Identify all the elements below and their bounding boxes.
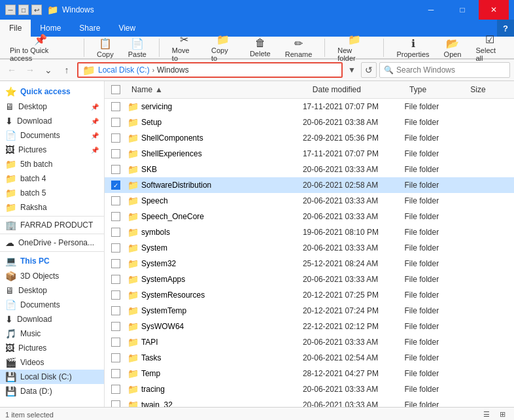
view-detail-button[interactable]: ⊞: [496, 409, 509, 421]
col-header-date[interactable]: Date modified: [307, 82, 404, 97]
window-controls[interactable]: ─ □ ↩: [5, 5, 42, 15]
checkbox-16[interactable]: [111, 353, 120, 362]
copy-to-button[interactable]: 📁 Copy to: [207, 31, 240, 64]
checkbox-4[interactable]: [111, 165, 120, 174]
checkbox-18[interactable]: [111, 385, 120, 394]
pin-to-quick-access-button[interactable]: 📌 Pin to Quick access: [5, 31, 76, 64]
quick-access-toolbar-open[interactable]: ↩: [31, 5, 42, 15]
sidebar-item-desktop-quick[interactable]: 🖥 Desktop 📌: [0, 99, 104, 114]
row-checkbox[interactable]: [105, 165, 128, 174]
table-row[interactable]: 📁 SystemTemp 20-12-2021 07:24 PM File fo…: [105, 303, 514, 319]
checkbox-12[interactable]: [111, 290, 120, 300]
table-row[interactable]: 📁 SystemApps 20-06-2021 03:33 AM File fo…: [105, 271, 514, 287]
checkbox-1[interactable]: [111, 118, 120, 127]
sidebar-item-data-d[interactable]: 💾 Data (D:): [0, 384, 104, 398]
row-checkbox[interactable]: [105, 275, 128, 284]
table-row[interactable]: 📁 Temp 28-12-2021 04:27 PM File folder: [105, 366, 514, 381]
row-checkbox[interactable]: [105, 102, 128, 111]
table-row[interactable]: ✓ 📁 SoftwareDistribution 20-06-2021 02:5…: [105, 177, 514, 193]
checkbox-13[interactable]: [111, 306, 120, 315]
view-list-button[interactable]: ☰: [480, 409, 493, 421]
row-checkbox[interactable]: [105, 322, 128, 331]
checkbox-5[interactable]: ✓: [111, 181, 120, 190]
checkbox-7[interactable]: [111, 212, 120, 221]
checkbox-3[interactable]: [111, 149, 120, 158]
sidebar-item-batch4[interactable]: 📁 batch 4: [0, 171, 104, 186]
sidebar-section-quick-access[interactable]: ⭐ Quick access: [0, 84, 104, 99]
row-checkbox[interactable]: [105, 306, 128, 315]
row-checkbox[interactable]: [105, 338, 128, 347]
checkbox-9[interactable]: [111, 243, 120, 253]
sidebar-item-raksha[interactable]: 📁 Raksha: [0, 200, 104, 215]
table-row[interactable]: 📁 System32 25-12-2021 08:24 AM File fold…: [105, 256, 514, 271]
row-checkbox[interactable]: [105, 243, 128, 253]
sidebar-item-pictures-pc[interactable]: 🖼 Pictures: [0, 341, 104, 355]
quick-access-toolbar-new[interactable]: □: [18, 5, 29, 15]
select-all-checkbox[interactable]: [111, 85, 120, 94]
minimize-button[interactable]: ─: [5, 5, 16, 15]
table-row[interactable]: 📁 Speech_OneCore 20-06-2021 03:33 AM Fil…: [105, 209, 514, 224]
sidebar-item-music[interactable]: 🎵 Music: [0, 326, 104, 341]
up-button[interactable]: ↑: [59, 62, 75, 78]
refresh-button[interactable]: ↺: [361, 62, 377, 78]
table-row[interactable]: 📁 TAPI 20-06-2021 03:33 AM File folder: [105, 334, 514, 350]
table-row[interactable]: 📁 Speech 20-06-2021 03:33 AM File folder: [105, 193, 514, 209]
forward-button[interactable]: →: [22, 62, 38, 78]
address-path[interactable]: 📁 Local Disk (C:) › Windows: [77, 62, 343, 78]
col-header-size[interactable]: Size: [465, 82, 514, 97]
path-drive[interactable]: Local Disk (C:): [98, 65, 150, 75]
checkbox-14[interactable]: [111, 322, 120, 331]
address-dropdown-button[interactable]: ▼: [345, 62, 358, 78]
table-row[interactable]: 📁 twain_32 20-06-2021 03:33 AM File fold…: [105, 397, 514, 407]
window-minimize[interactable]: ─: [416, 0, 446, 20]
sidebar-item-documents-quick[interactable]: 📄 Documents 📌: [0, 128, 104, 143]
new-folder-button[interactable]: 📁 New folder: [333, 31, 375, 64]
row-checkbox[interactable]: [105, 133, 128, 143]
sidebar-item-batch5[interactable]: 📁 batch 5: [0, 186, 104, 200]
checkbox-0[interactable]: [111, 102, 120, 111]
checkbox-15[interactable]: [111, 338, 120, 347]
checkbox-8[interactable]: [111, 228, 120, 237]
checkbox-19[interactable]: [111, 400, 120, 407]
table-row[interactable]: 📁 System 20-06-2021 03:33 AM File folder: [105, 240, 514, 256]
paste-button[interactable]: 📄 Paste: [124, 35, 151, 60]
row-checkbox[interactable]: [105, 259, 128, 268]
table-row[interactable]: 📁 ShellExperiences 17-11-2021 07:07 PM F…: [105, 146, 514, 162]
table-row[interactable]: 📁 SKB 20-06-2021 03:33 AM File folder: [105, 162, 514, 177]
table-row[interactable]: 📁 Tasks 20-06-2021 02:54 AM File folder: [105, 350, 514, 366]
checkbox-17[interactable]: [111, 369, 120, 378]
row-checkbox[interactable]: [105, 400, 128, 407]
open-button[interactable]: 📂 Open: [439, 35, 466, 60]
sidebar-item-farrad[interactable]: 🏢 FARRAD PRODUCT: [0, 218, 104, 232]
search-box[interactable]: 🔍: [379, 62, 510, 78]
col-header-type[interactable]: Type: [404, 82, 465, 97]
table-row[interactable]: 📁 SystemResources 20-12-2021 07:25 PM Fi…: [105, 287, 514, 303]
tab-view[interactable]: View: [109, 20, 145, 37]
row-checkbox[interactable]: [105, 353, 128, 362]
row-checkbox[interactable]: [105, 228, 128, 237]
rename-button[interactable]: ✏ Rename: [281, 35, 317, 60]
row-checkbox[interactable]: [105, 385, 128, 394]
row-checkbox[interactable]: [105, 212, 128, 221]
checkbox-10[interactable]: [111, 259, 120, 268]
checkbox-2[interactable]: [111, 133, 120, 143]
sidebar-item-download-quick[interactable]: ⬇ Download 📌: [0, 114, 104, 128]
table-row[interactable]: 📁 tracing 20-06-2021 03:33 AM File folde…: [105, 381, 514, 397]
sidebar-item-documents-pc[interactable]: 📄 Documents: [0, 298, 104, 312]
sidebar-item-download-pc[interactable]: ⬇ Download: [0, 312, 104, 326]
row-checkbox[interactable]: [105, 290, 128, 300]
window-maximize[interactable]: □: [447, 0, 477, 20]
checkbox-11[interactable]: [111, 275, 120, 284]
sidebar-item-local-disk-c[interactable]: 💾 Local Disk (C:): [0, 370, 104, 384]
search-input[interactable]: [396, 65, 505, 75]
delete-button[interactable]: 🗑 Delete: [245, 35, 275, 60]
sidebar-item-desktop-pc[interactable]: 🖥 Desktop: [0, 283, 104, 298]
tab-share[interactable]: Share: [70, 20, 109, 37]
table-row[interactable]: 📁 ShellComponents 22-09-2021 05:36 PM Fi…: [105, 130, 514, 146]
col-header-name[interactable]: Name ▲: [126, 82, 307, 97]
select-all-button[interactable]: ☑ Select all: [471, 31, 509, 64]
properties-button[interactable]: ℹ Properties: [392, 35, 434, 60]
sidebar-section-this-pc[interactable]: 💻 This PC: [0, 253, 104, 269]
row-checkbox[interactable]: [105, 118, 128, 127]
table-row[interactable]: 📁 symbols 19-06-2021 08:10 PM File folde…: [105, 224, 514, 240]
